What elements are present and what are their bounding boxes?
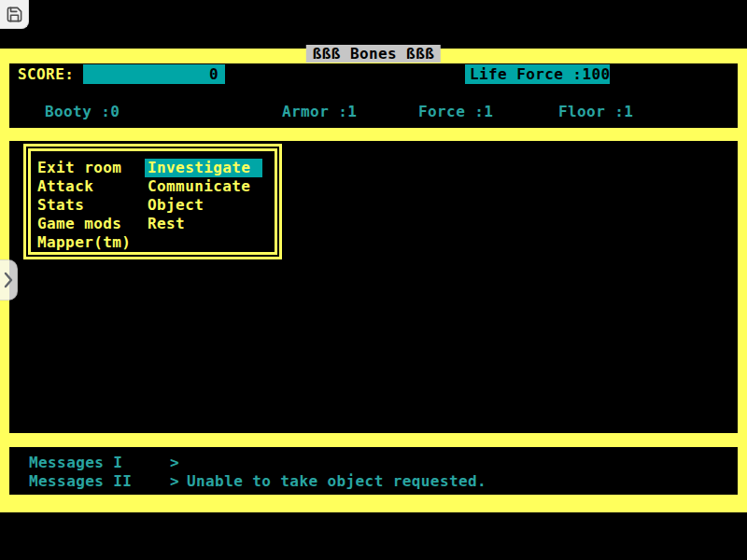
score-bar: 0 xyxy=(83,64,225,84)
stat-floor: Floor :1 xyxy=(558,103,633,121)
save-button[interactable] xyxy=(0,0,29,29)
messages-2-prompt: > xyxy=(170,472,179,491)
menu-item-game-mods[interactable]: Game mods xyxy=(37,215,121,233)
hud-panel: SCORE: 0 Life Force :100 Booty :0 Armor … xyxy=(9,63,738,128)
menu-item-rest[interactable]: Rest xyxy=(145,215,189,233)
messages-2-label: Messages II xyxy=(29,472,132,491)
menu-item-investigate[interactable]: Investigate xyxy=(145,159,262,177)
messages-1-label: Messages I xyxy=(29,454,122,472)
menu-item-attack[interactable]: Attack xyxy=(37,177,93,196)
menu-item-object[interactable]: Object xyxy=(145,196,207,215)
drawer-handle[interactable] xyxy=(0,259,18,301)
window-title: ßßß Bones ßßß xyxy=(306,45,441,63)
score-label: SCORE: xyxy=(18,65,74,84)
stat-armor: Armor :1 xyxy=(282,103,357,121)
life-force-badge: Life Force :100 xyxy=(465,64,610,84)
score-value: 0 xyxy=(209,65,218,83)
menu-item-stats[interactable]: Stats xyxy=(37,196,84,215)
stat-force: Force :1 xyxy=(418,103,493,121)
main-panel: Exit room Attack Stats Game mods Mapper(… xyxy=(9,141,738,433)
menu-item-mapper[interactable]: Mapper(tm) xyxy=(37,233,131,252)
stat-booty: Booty :0 xyxy=(45,103,120,121)
messages-panel: Messages I > Messages II > Unable to tak… xyxy=(9,447,738,495)
floppy-disk-icon xyxy=(6,6,23,23)
chevron-right-icon xyxy=(3,271,14,289)
game-screen: ßßß Bones ßßß SCORE: 0 Life Force :100 B… xyxy=(0,0,747,560)
messages-1-prompt: > xyxy=(170,454,179,472)
menu-item-communicate[interactable]: Communicate xyxy=(145,177,254,196)
messages-2-text: Unable to take object requested. xyxy=(187,472,486,491)
menu-item-exit-room[interactable]: Exit room xyxy=(37,159,121,177)
